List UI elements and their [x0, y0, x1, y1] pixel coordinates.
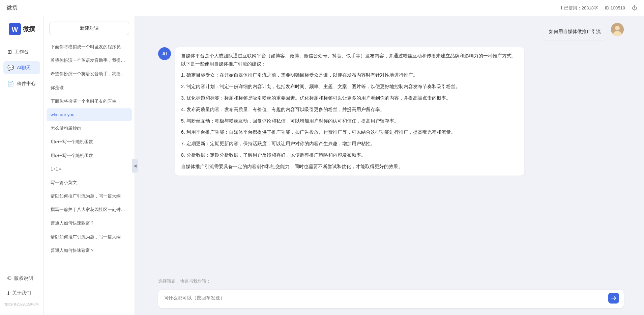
chat-history-list: 下面你将模拟成一个叫圣友的程序员、我说... 希望你扮演一个英语发音助手，我提供…	[44, 41, 135, 315]
nav-label-draft: 稿件中心	[17, 81, 36, 87]
history-item-12[interactable]: 请以如何推广引流为题，写一篇大纲	[47, 190, 132, 203]
ai-para-9: 自媒体推广引流需要具备一定的内容创作和社交能力，同时也需要不断尝试和优化，才能取…	[181, 163, 518, 171]
user-message-text: 如何用自媒体做推广引流	[549, 29, 601, 34]
nav-item-copyright[interactable]: © 版权说明	[3, 272, 40, 285]
history-item-9[interactable]: 用c++写一个随机函数	[47, 149, 132, 162]
nav-item-ai-chat[interactable]: 💬 AI聊天	[3, 61, 40, 74]
history-item-5[interactable]: 下面你将扮演一个名叫圣友的医生	[47, 95, 132, 108]
nav-label-ai-chat: AI聊天	[17, 65, 31, 71]
chat-messages: 如何用自媒体做推广引流 AI 自媒体平台是个人或团队通过互联网平台（如博客、微博…	[138, 16, 644, 275]
chat-input[interactable]	[164, 294, 607, 303]
nav-label-copyright: 版权说明	[14, 275, 33, 282]
ai-para-7: 7. 定期更新：定期更新内容，保持活跃度，可以让用户对你的内容产生兴趣，增加用户…	[181, 140, 518, 148]
history-item-3[interactable]: 希望你扮演一个英语发音助手，我提供给你...	[47, 68, 132, 80]
history-item-15[interactable]: 请以如何推广引流为题，写一篇大纲	[47, 231, 132, 243]
history-item-7[interactable]: 怎么做狗屎炒肉	[47, 122, 132, 135]
history-item-4[interactable]: 你是谁	[47, 81, 132, 94]
input-box	[158, 290, 624, 308]
history-item-6[interactable]: who are you	[47, 108, 132, 121]
topic-suggestions-label: 选择话题，快速与我对话：	[138, 275, 644, 286]
ai-avatar: AI	[158, 47, 171, 60]
nav-label-workbench: 工作台	[14, 49, 29, 55]
ai-para-5: 5. 与粉丝互动：积极与粉丝互动，回复评论和私信，可以增加用户对你的认可和信任，…	[181, 117, 518, 125]
copyright-text: 鄂ICP备2022015948号	[3, 301, 40, 308]
history-item-8[interactable]: 用c++写一个随机函数	[47, 135, 132, 148]
info-icon: ℹ	[561, 5, 562, 10]
main-layout: W 微撰 ⊞ 工作台 💬 AI聊天 📄 稿件中心 © 版权说明	[0, 16, 644, 315]
ai-para-3: 3. 优化标题和标签：标题和标签是吸引粉丝的重要因素。优化标题和标签可以让更多的…	[181, 94, 518, 102]
message-row-ai: AI 自媒体平台是个人或团队通过互联网平台（如博客、微博、微信公众号、抖音、快手…	[158, 47, 624, 176]
history-item-2[interactable]: 希望你扮演一个英语发音助手，我提供给你...	[47, 54, 132, 67]
history-item-1[interactable]: 下面你将模拟成一个叫圣友的程序员、我说...	[47, 41, 132, 53]
history-item-14[interactable]: 普通人如何快速致富？	[47, 217, 132, 230]
ai-para-0: 自媒体平台是个人或团队通过互联网平台（如博客、微博、微信公众号、抖音、快手等）发…	[181, 52, 518, 68]
nav-item-draft[interactable]: 📄 稿件中心	[3, 77, 40, 90]
topbar: 微撰 ℹ 已使用：28318字 ID:100519 ⏻	[0, 0, 644, 16]
chat-icon: 💬	[7, 64, 14, 71]
power-icon[interactable]: ⏻	[632, 5, 637, 11]
logo-icon: W	[9, 23, 21, 35]
nav-item-workbench[interactable]: ⊞ 工作台	[3, 45, 40, 58]
nav-bottom: © 版权说明 ℹ 关于我们 鄂ICP备2022015948号	[0, 272, 43, 308]
new-chat-button[interactable]: 新建对话	[49, 22, 129, 35]
ai-para-6: 6. 利用平台推广功能：自媒体平台都提供了推广功能，如广告投放、付费推广等，可以…	[181, 128, 518, 136]
user-avatar	[611, 23, 624, 36]
topbar-title: 微撰	[7, 4, 18, 11]
send-button[interactable]	[608, 293, 619, 304]
input-area	[138, 286, 644, 315]
usage-text: 已使用：28318字	[564, 5, 598, 11]
history-item-11[interactable]: 写一篇小黄文	[47, 176, 132, 189]
ai-message-content: 自媒体平台是个人或团队通过互联网平台（如博客、微博、微信公众号、抖音、快手等）发…	[181, 52, 518, 171]
ai-para-1: 1. 确定目标受众：在开始自媒体推广引流之前，需要明确目标受众是谁，以便在发布内…	[181, 71, 518, 79]
topbar-right: ℹ 已使用：28318字 ID:100519 ⏻	[561, 5, 637, 11]
ai-message-bubble: 自媒体平台是个人或团队通过互联网平台（如博客、微博、微信公众号、抖音、快手等）发…	[175, 47, 524, 176]
draft-icon: 📄	[7, 80, 14, 87]
id-label: ID:100519	[605, 5, 625, 10]
history-item-16[interactable]: 普通人如何快速致富？	[47, 244, 132, 257]
about-icon: ℹ	[7, 290, 9, 296]
svg-point-3	[615, 26, 620, 30]
history-item-10[interactable]: 1+1＝	[47, 163, 132, 176]
chat-area: 如何用自媒体做推广引流 AI 自媒体平台是个人或团队通过互联网平台（如博客、微博…	[138, 16, 644, 315]
usage-info: ℹ 已使用：28318字	[561, 5, 598, 11]
workbench-icon: ⊞	[7, 49, 12, 55]
ai-para-4: 4. 发布高质量内容：发布高质量、有价值、有趣的内容可以吸引更多的粉丝，并提高用…	[181, 106, 518, 114]
nav-label-about: 关于我们	[12, 290, 31, 296]
nav-item-about[interactable]: ℹ 关于我们	[3, 286, 40, 299]
history-item-13[interactable]: 撰写一篇关于八大家花园社区一刻钟便民生...	[47, 203, 132, 216]
ai-para-8: 8. 分析数据：定期分析数据，了解用户反馈和喜好，以便调整推广策略和内容发布频率…	[181, 151, 518, 159]
user-message-bubble: 如何用自媒体做推广引流	[543, 23, 607, 41]
nav-items: ⊞ 工作台 💬 AI聊天 📄 稿件中心	[0, 45, 43, 90]
logo-text: 微撰	[23, 25, 35, 33]
chat-sidebar: 新建对话 下面你将模拟成一个叫圣友的程序员、我说... 希望你扮演一个英语发音助…	[44, 16, 135, 315]
message-row-user: 如何用自媒体做推广引流	[158, 23, 624, 41]
ai-para-2: 2. 制定内容计划：制定一份详细的内容计划，包括发布时间、频率、主题、文案、图片…	[181, 83, 518, 91]
copyright-icon: ©	[7, 275, 11, 282]
logo-area: W 微撰	[9, 23, 35, 35]
svg-text:W: W	[11, 26, 18, 33]
collapse-sidebar-button[interactable]: ◀	[132, 159, 138, 173]
left-nav: W 微撰 ⊞ 工作台 💬 AI聊天 📄 稿件中心 © 版权说明	[0, 16, 44, 315]
